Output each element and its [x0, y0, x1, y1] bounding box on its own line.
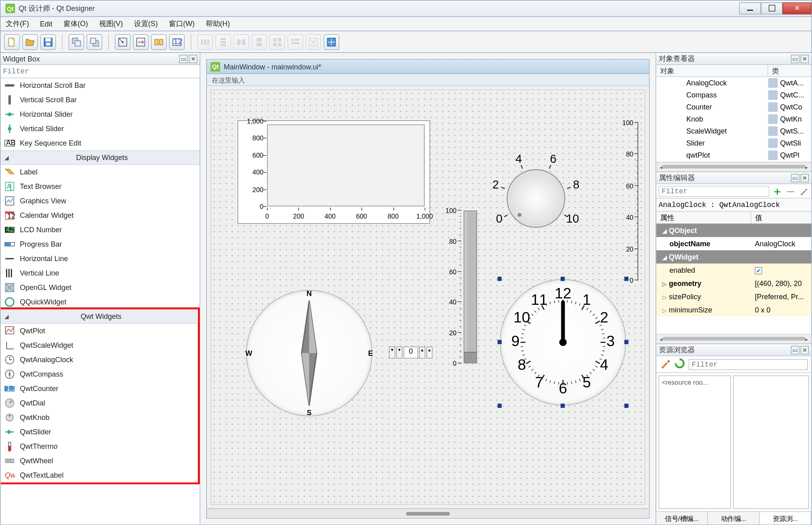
menu-window[interactable]: 窗口(W)	[169, 19, 195, 29]
resource-tree[interactable]: <resource roo...	[659, 375, 731, 509]
property-row[interactable]: enabled✔	[656, 264, 812, 277]
widget-item[interactable]: QwtAnalogClock	[1, 353, 198, 367]
layout-hsplit-button[interactable]	[233, 34, 249, 50]
remove-property-button[interactable]: —	[785, 186, 796, 197]
adjust-size-button[interactable]	[324, 34, 339, 50]
widget-item[interactable]: Horizontal Scroll Bar	[1, 78, 200, 93]
widget-item[interactable]: 42LCD Number	[1, 223, 200, 237]
menu-view[interactable]: 视图(V)	[99, 19, 123, 29]
object-row[interactable]: CompassQwtC...	[656, 89, 812, 101]
widget-item[interactable]: Label	[1, 165, 200, 179]
resource-filter-input[interactable]	[689, 359, 808, 370]
dock-float-button[interactable]: ▭	[791, 174, 800, 182]
layout-hbox-button[interactable]	[197, 34, 213, 50]
widget-item[interactable]: Horizontal Slider	[1, 107, 200, 122]
new-file-button[interactable]	[4, 34, 20, 50]
designed-menubar-placeholder[interactable]: 在这里输入	[207, 74, 649, 86]
property-row[interactable]: objectNameAnalogClock	[656, 237, 812, 250]
edit-tab-order-button[interactable]: 123	[169, 34, 185, 50]
design-canvas[interactable]: 1,0008006004002000 02004006008001,000 ▾ …	[211, 90, 646, 505]
layout-form-button[interactable]	[288, 34, 303, 50]
qwt-widgets-group[interactable]: ◢Qwt Widgets	[1, 309, 198, 324]
widget-item[interactable]: QwtQwtTextLabel	[1, 468, 198, 482]
property-row[interactable]: ◢QObject	[656, 224, 812, 237]
property-filter-input[interactable]	[659, 186, 769, 197]
object-row[interactable]: SliderQwtSli	[656, 137, 812, 149]
bottom-tab[interactable]: 资源浏...	[760, 512, 812, 525]
widget-item[interactable]: QwtDial	[1, 396, 198, 410]
object-row[interactable]: CounterQwtCo	[656, 101, 812, 113]
dock-close-button[interactable]: ✕	[189, 55, 197, 63]
menu-help[interactable]: 帮助(H)	[206, 19, 230, 29]
minimize-button[interactable]	[739, 2, 761, 14]
edit-buddies-button[interactable]	[151, 34, 167, 50]
bottom-tab[interactable]: 动作编...	[708, 512, 760, 525]
widget-item[interactable]: AIText Browser	[1, 179, 200, 194]
edit-resources-button[interactable]	[660, 358, 671, 371]
menu-form[interactable]: 窗体(O)	[63, 19, 88, 29]
widget-item[interactable]: AB|Key Sequence Edit	[1, 136, 200, 150]
widget-item[interactable]: Graphics View	[1, 194, 200, 208]
object-row[interactable]: AnalogClockQwtA...	[656, 77, 812, 89]
menu-settings[interactable]: 设置(S)	[134, 19, 158, 29]
qwt-knob-widget[interactable]: 0246810	[488, 150, 584, 247]
widget-item[interactable]: Vertical Line	[1, 266, 200, 280]
qwt-plot-widget[interactable]: 1,0008006004002000 02004006008001,000	[238, 120, 430, 224]
widget-item[interactable]: QwtSlider	[1, 425, 198, 439]
reload-resources-button[interactable]	[674, 358, 685, 371]
widget-item[interactable]: Progress Bar	[1, 237, 200, 251]
widget-item[interactable]: QwtCompass	[1, 367, 198, 381]
layout-grid-button[interactable]	[269, 34, 285, 50]
qwt-thermo-widget[interactable]: 020406080100	[441, 211, 477, 363]
widget-item[interactable]: OpenGL Widget	[1, 280, 200, 295]
object-row[interactable]: KnobQwtKn	[656, 113, 812, 125]
widget-item[interactable]: 1.3QwtCounter	[1, 381, 198, 396]
object-inspector-scrollbar[interactable]: ◂▸	[656, 162, 812, 172]
menu-edit[interactable]: Edit	[40, 20, 52, 28]
edit-widgets-button[interactable]	[115, 34, 131, 50]
widget-item[interactable]: Vertical Scroll Bar	[1, 93, 200, 107]
widget-item[interactable]: QwtWheel	[1, 454, 198, 468]
property-row[interactable]: ▷geometry[(460, 280), 20	[656, 277, 812, 290]
widget-item[interactable]: QwtKnob	[1, 410, 198, 425]
bring-front-button[interactable]	[87, 34, 102, 50]
dock-close-button[interactable]: ✕	[801, 55, 809, 63]
qwt-compass-widget[interactable]: N S E W	[246, 290, 373, 416]
widget-item[interactable]: QwtPlot	[1, 324, 198, 338]
add-property-button[interactable]: ＋	[772, 186, 783, 197]
close-button[interactable]: ✕	[783, 2, 812, 14]
dock-close-button[interactable]: ✕	[801, 346, 809, 354]
widget-box-list[interactable]: Horizontal Scroll BarVertical Scroll Bar…	[1, 78, 200, 525]
bottom-tab[interactable]: 信号/槽编...	[656, 512, 708, 525]
object-row[interactable]: ScaleWidgetQwtS...	[656, 125, 812, 137]
open-file-button[interactable]	[22, 34, 38, 50]
qwt-counter-widget[interactable]: ▾ ▾ 0 ▴ ▴	[389, 347, 433, 359]
property-config-button[interactable]	[798, 186, 809, 197]
canvas-horizontal-scrollbar[interactable]	[207, 509, 649, 518]
property-row[interactable]: ▷minimumSize0 x 0	[656, 303, 812, 316]
widget-item[interactable]: 12Calendar Widget	[1, 208, 200, 223]
dock-float-button[interactable]: ▭	[179, 55, 188, 63]
layout-vsplit-button[interactable]	[251, 34, 267, 50]
dock-float-button[interactable]: ▭	[791, 346, 800, 354]
send-back-button[interactable]	[69, 34, 84, 50]
layout-vbox-button[interactable]	[215, 34, 231, 50]
qwt-scale-widget[interactable]: 020406080100	[612, 123, 638, 280]
property-table[interactable]: ◢QObjectobjectNameAnalogClock◢QWidgetena…	[656, 224, 812, 334]
display-widgets-group[interactable]: ◢Display Widgets	[1, 150, 200, 165]
dock-close-button[interactable]: ✕	[801, 174, 809, 182]
object-tree[interactable]: AnalogClockQwtA...CompassQwtC...CounterQ…	[656, 77, 812, 162]
property-scrollbar[interactable]: ◂▸	[656, 334, 812, 344]
property-row[interactable]: ◢QWidget	[656, 250, 812, 264]
widget-box-filter[interactable]	[1, 65, 200, 78]
save-file-button[interactable]	[40, 34, 56, 50]
widget-item[interactable]: QwtThermo	[1, 439, 198, 454]
menu-file[interactable]: 文件(F)	[6, 19, 29, 29]
dock-float-button[interactable]: ▭	[791, 55, 800, 63]
maximize-button[interactable]	[761, 2, 783, 14]
widget-item[interactable]: Horizontal Line	[1, 251, 200, 266]
widget-item[interactable]: Vertical Slider	[1, 122, 200, 136]
widget-item[interactable]: QwtScaleWidget	[1, 338, 198, 353]
break-layout-button[interactable]	[306, 34, 321, 50]
qwt-analog-clock-widget[interactable]: 121234567891011	[500, 279, 626, 405]
